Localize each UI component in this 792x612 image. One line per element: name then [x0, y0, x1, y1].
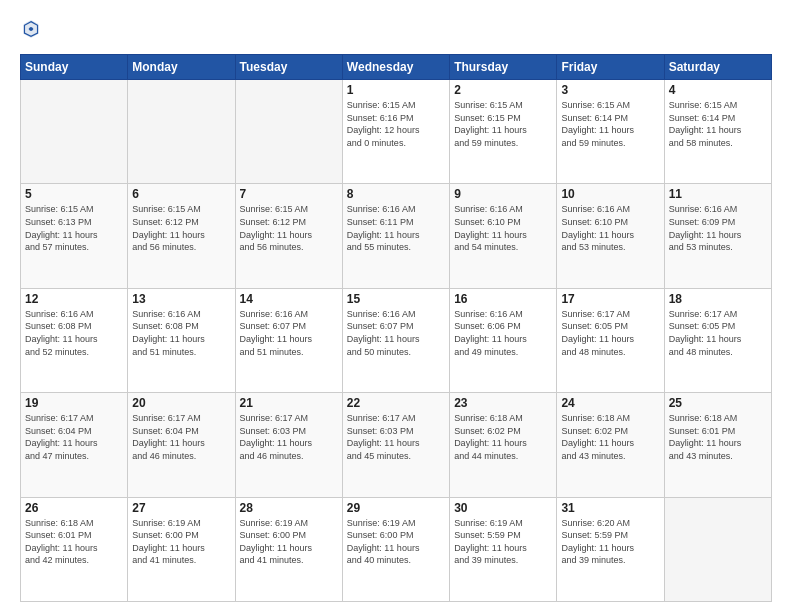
calendar-cell: 10Sunrise: 6:16 AM Sunset: 6:10 PM Dayli…	[557, 184, 664, 288]
day-number: 21	[240, 396, 338, 410]
calendar-cell: 13Sunrise: 6:16 AM Sunset: 6:08 PM Dayli…	[128, 288, 235, 392]
day-number: 10	[561, 187, 659, 201]
day-info: Sunrise: 6:17 AM Sunset: 6:05 PM Dayligh…	[669, 308, 767, 358]
weekday-header-saturday: Saturday	[664, 55, 771, 80]
calendar-cell	[21, 80, 128, 184]
week-row-5: 26Sunrise: 6:18 AM Sunset: 6:01 PM Dayli…	[21, 497, 772, 601]
calendar-cell: 6Sunrise: 6:15 AM Sunset: 6:12 PM Daylig…	[128, 184, 235, 288]
weekday-header-monday: Monday	[128, 55, 235, 80]
calendar-cell: 2Sunrise: 6:15 AM Sunset: 6:15 PM Daylig…	[450, 80, 557, 184]
day-info: Sunrise: 6:15 AM Sunset: 6:12 PM Dayligh…	[240, 203, 338, 253]
calendar-cell: 3Sunrise: 6:15 AM Sunset: 6:14 PM Daylig…	[557, 80, 664, 184]
day-number: 27	[132, 501, 230, 515]
day-number: 12	[25, 292, 123, 306]
day-number: 18	[669, 292, 767, 306]
day-info: Sunrise: 6:15 AM Sunset: 6:16 PM Dayligh…	[347, 99, 445, 149]
day-info: Sunrise: 6:18 AM Sunset: 6:01 PM Dayligh…	[669, 412, 767, 462]
day-info: Sunrise: 6:15 AM Sunset: 6:13 PM Dayligh…	[25, 203, 123, 253]
day-number: 4	[669, 83, 767, 97]
day-info: Sunrise: 6:16 AM Sunset: 6:09 PM Dayligh…	[669, 203, 767, 253]
page-header	[20, 18, 772, 44]
week-row-4: 19Sunrise: 6:17 AM Sunset: 6:04 PM Dayli…	[21, 393, 772, 497]
calendar-cell: 1Sunrise: 6:15 AM Sunset: 6:16 PM Daylig…	[342, 80, 449, 184]
day-info: Sunrise: 6:16 AM Sunset: 6:08 PM Dayligh…	[132, 308, 230, 358]
weekday-header-tuesday: Tuesday	[235, 55, 342, 80]
day-number: 5	[25, 187, 123, 201]
day-info: Sunrise: 6:17 AM Sunset: 6:04 PM Dayligh…	[132, 412, 230, 462]
calendar-cell: 18Sunrise: 6:17 AM Sunset: 6:05 PM Dayli…	[664, 288, 771, 392]
day-number: 30	[454, 501, 552, 515]
calendar-cell: 16Sunrise: 6:16 AM Sunset: 6:06 PM Dayli…	[450, 288, 557, 392]
day-info: Sunrise: 6:16 AM Sunset: 6:10 PM Dayligh…	[454, 203, 552, 253]
day-info: Sunrise: 6:19 AM Sunset: 6:00 PM Dayligh…	[347, 517, 445, 567]
day-number: 19	[25, 396, 123, 410]
day-info: Sunrise: 6:16 AM Sunset: 6:07 PM Dayligh…	[240, 308, 338, 358]
day-number: 20	[132, 396, 230, 410]
calendar-cell: 15Sunrise: 6:16 AM Sunset: 6:07 PM Dayli…	[342, 288, 449, 392]
day-info: Sunrise: 6:16 AM Sunset: 6:10 PM Dayligh…	[561, 203, 659, 253]
day-info: Sunrise: 6:16 AM Sunset: 6:08 PM Dayligh…	[25, 308, 123, 358]
calendar-cell: 17Sunrise: 6:17 AM Sunset: 6:05 PM Dayli…	[557, 288, 664, 392]
weekday-header-thursday: Thursday	[450, 55, 557, 80]
day-info: Sunrise: 6:18 AM Sunset: 6:02 PM Dayligh…	[561, 412, 659, 462]
weekday-header-row: SundayMondayTuesdayWednesdayThursdayFrid…	[21, 55, 772, 80]
day-number: 1	[347, 83, 445, 97]
day-number: 25	[669, 396, 767, 410]
calendar-cell: 29Sunrise: 6:19 AM Sunset: 6:00 PM Dayli…	[342, 497, 449, 601]
calendar-cell	[664, 497, 771, 601]
calendar-table: SundayMondayTuesdayWednesdayThursdayFrid…	[20, 54, 772, 602]
calendar-cell: 14Sunrise: 6:16 AM Sunset: 6:07 PM Dayli…	[235, 288, 342, 392]
day-number: 13	[132, 292, 230, 306]
calendar-cell: 19Sunrise: 6:17 AM Sunset: 6:04 PM Dayli…	[21, 393, 128, 497]
day-number: 11	[669, 187, 767, 201]
weekday-header-sunday: Sunday	[21, 55, 128, 80]
calendar-cell: 26Sunrise: 6:18 AM Sunset: 6:01 PM Dayli…	[21, 497, 128, 601]
calendar-cell: 11Sunrise: 6:16 AM Sunset: 6:09 PM Dayli…	[664, 184, 771, 288]
day-number: 15	[347, 292, 445, 306]
day-number: 31	[561, 501, 659, 515]
day-info: Sunrise: 6:16 AM Sunset: 6:07 PM Dayligh…	[347, 308, 445, 358]
logo	[20, 18, 44, 44]
day-info: Sunrise: 6:18 AM Sunset: 6:02 PM Dayligh…	[454, 412, 552, 462]
calendar-cell: 27Sunrise: 6:19 AM Sunset: 6:00 PM Dayli…	[128, 497, 235, 601]
day-number: 7	[240, 187, 338, 201]
day-info: Sunrise: 6:19 AM Sunset: 6:00 PM Dayligh…	[240, 517, 338, 567]
calendar-cell: 4Sunrise: 6:15 AM Sunset: 6:14 PM Daylig…	[664, 80, 771, 184]
day-info: Sunrise: 6:19 AM Sunset: 5:59 PM Dayligh…	[454, 517, 552, 567]
calendar-cell: 24Sunrise: 6:18 AM Sunset: 6:02 PM Dayli…	[557, 393, 664, 497]
calendar-cell: 12Sunrise: 6:16 AM Sunset: 6:08 PM Dayli…	[21, 288, 128, 392]
day-number: 22	[347, 396, 445, 410]
day-info: Sunrise: 6:17 AM Sunset: 6:03 PM Dayligh…	[347, 412, 445, 462]
calendar-cell: 7Sunrise: 6:15 AM Sunset: 6:12 PM Daylig…	[235, 184, 342, 288]
day-info: Sunrise: 6:18 AM Sunset: 6:01 PM Dayligh…	[25, 517, 123, 567]
day-info: Sunrise: 6:16 AM Sunset: 6:06 PM Dayligh…	[454, 308, 552, 358]
calendar-cell: 9Sunrise: 6:16 AM Sunset: 6:10 PM Daylig…	[450, 184, 557, 288]
day-number: 24	[561, 396, 659, 410]
day-number: 28	[240, 501, 338, 515]
week-row-3: 12Sunrise: 6:16 AM Sunset: 6:08 PM Dayli…	[21, 288, 772, 392]
calendar-cell: 25Sunrise: 6:18 AM Sunset: 6:01 PM Dayli…	[664, 393, 771, 497]
day-info: Sunrise: 6:16 AM Sunset: 6:11 PM Dayligh…	[347, 203, 445, 253]
calendar-cell: 22Sunrise: 6:17 AM Sunset: 6:03 PM Dayli…	[342, 393, 449, 497]
calendar-cell	[128, 80, 235, 184]
day-info: Sunrise: 6:15 AM Sunset: 6:15 PM Dayligh…	[454, 99, 552, 149]
week-row-2: 5Sunrise: 6:15 AM Sunset: 6:13 PM Daylig…	[21, 184, 772, 288]
day-number: 17	[561, 292, 659, 306]
day-info: Sunrise: 6:15 AM Sunset: 6:14 PM Dayligh…	[669, 99, 767, 149]
calendar-cell: 30Sunrise: 6:19 AM Sunset: 5:59 PM Dayli…	[450, 497, 557, 601]
calendar-cell: 21Sunrise: 6:17 AM Sunset: 6:03 PM Dayli…	[235, 393, 342, 497]
day-number: 16	[454, 292, 552, 306]
calendar-cell	[235, 80, 342, 184]
weekday-header-wednesday: Wednesday	[342, 55, 449, 80]
day-info: Sunrise: 6:15 AM Sunset: 6:12 PM Dayligh…	[132, 203, 230, 253]
week-row-1: 1Sunrise: 6:15 AM Sunset: 6:16 PM Daylig…	[21, 80, 772, 184]
day-info: Sunrise: 6:17 AM Sunset: 6:03 PM Dayligh…	[240, 412, 338, 462]
weekday-header-friday: Friday	[557, 55, 664, 80]
day-number: 2	[454, 83, 552, 97]
day-info: Sunrise: 6:19 AM Sunset: 6:00 PM Dayligh…	[132, 517, 230, 567]
day-info: Sunrise: 6:17 AM Sunset: 6:05 PM Dayligh…	[561, 308, 659, 358]
day-number: 3	[561, 83, 659, 97]
day-number: 14	[240, 292, 338, 306]
day-number: 9	[454, 187, 552, 201]
calendar-cell: 23Sunrise: 6:18 AM Sunset: 6:02 PM Dayli…	[450, 393, 557, 497]
